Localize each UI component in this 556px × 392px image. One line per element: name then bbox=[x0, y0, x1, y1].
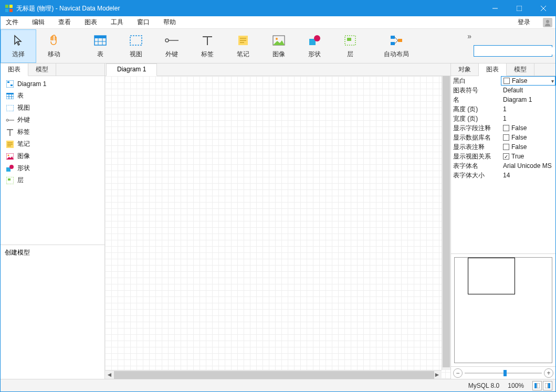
svg-rect-62 bbox=[548, 383, 550, 388]
fk-icon bbox=[6, 116, 14, 124]
right-panel: 对象 图表 模型 黑白False▾ 图表符号Default 名Diagram 1… bbox=[450, 63, 555, 379]
view-mode-2[interactable] bbox=[543, 381, 552, 390]
table-icon bbox=[93, 33, 108, 48]
titlebar: 无标题 (物理) - Navicat Data Modeler bbox=[1, 1, 555, 16]
minimize-button[interactable] bbox=[483, 1, 507, 16]
tool-select[interactable]: 选择 bbox=[1, 29, 36, 63]
canvas-tab[interactable]: Diagram 1 bbox=[106, 63, 157, 76]
svg-rect-14 bbox=[130, 36, 142, 45]
prop-bw[interactable]: 黑白False▾ bbox=[451, 76, 555, 86]
tree-item-shape[interactable]: 形状 bbox=[1, 162, 104, 174]
diagram-canvas[interactable] bbox=[105, 76, 450, 379]
tool-label[interactable]: 标签 bbox=[190, 29, 225, 63]
zoom-in-button[interactable]: + bbox=[544, 368, 553, 378]
tool-table[interactable]: 表 bbox=[82, 29, 118, 63]
left-bottom-panel: 创建模型 bbox=[1, 245, 104, 379]
menu-edit[interactable]: 编辑 bbox=[30, 17, 47, 28]
menu-view[interactable]: 查看 bbox=[56, 17, 73, 28]
scroll-left-icon[interactable]: ◄ bbox=[105, 370, 114, 379]
cursor-icon bbox=[11, 33, 26, 48]
svg-rect-38 bbox=[11, 84, 13, 86]
tool-view-label: 视图 bbox=[130, 50, 142, 59]
chevron-down-icon[interactable]: ▾ bbox=[551, 78, 554, 84]
right-tab-model[interactable]: 模型 bbox=[507, 63, 534, 76]
view-mode-1[interactable] bbox=[532, 381, 542, 390]
checkbox-icon[interactable] bbox=[503, 144, 509, 150]
shape-icon bbox=[6, 164, 14, 173]
svg-rect-37 bbox=[7, 81, 9, 83]
prop-fontsize[interactable]: 表字体大小14 bbox=[451, 171, 555, 180]
svg-rect-10 bbox=[95, 36, 106, 38]
tree-item-image[interactable]: 图像 bbox=[1, 150, 104, 162]
close-button[interactable] bbox=[531, 1, 555, 16]
tree-item-layer[interactable]: 层 bbox=[1, 174, 104, 186]
checkbox-icon[interactable] bbox=[503, 134, 509, 141]
prop-tablecomment[interactable]: 显示表注释False bbox=[451, 142, 555, 152]
avatar-icon[interactable] bbox=[543, 18, 552, 27]
tool-layer[interactable]: 层 bbox=[332, 29, 368, 63]
menu-help[interactable]: 帮助 bbox=[161, 17, 178, 28]
tree-item-fk[interactable]: 外键 bbox=[1, 114, 104, 126]
tool-select-label: 选择 bbox=[12, 50, 25, 59]
prop-fieldcomment[interactable]: 显示字段注释False bbox=[451, 123, 555, 133]
table-icon bbox=[6, 92, 14, 100]
window-title: 无标题 (物理) - Navicat Data Modeler bbox=[16, 4, 483, 13]
tree-item-label[interactable]: 标签 bbox=[1, 126, 104, 138]
tool-move[interactable]: 移动 bbox=[36, 29, 72, 63]
left-tab-model[interactable]: 模型 bbox=[28, 63, 56, 76]
menu-diagram[interactable]: 图表 bbox=[82, 17, 99, 28]
checkbox-icon[interactable]: ✓ bbox=[503, 153, 509, 160]
right-tab-diagram[interactable]: 图表 bbox=[479, 63, 507, 76]
svg-rect-3 bbox=[9, 9, 13, 12]
svg-point-26 bbox=[314, 35, 320, 41]
tree-item-diagram[interactable]: Diagram 1 bbox=[1, 78, 104, 90]
zoom-out-button[interactable]: − bbox=[453, 368, 463, 378]
svg-rect-1 bbox=[9, 5, 13, 8]
image-icon bbox=[6, 152, 14, 161]
prop-symbol[interactable]: 图表符号Default bbox=[451, 86, 555, 95]
checkbox-icon[interactable] bbox=[503, 78, 510, 84]
tool-note[interactable]: 笔记 bbox=[225, 29, 261, 63]
layer-icon bbox=[6, 176, 14, 185]
checkbox-icon[interactable] bbox=[503, 125, 509, 131]
tool-autolayout[interactable]: 自动布局 bbox=[379, 29, 414, 63]
svg-rect-0 bbox=[5, 5, 8, 8]
overview-canvas[interactable] bbox=[454, 257, 552, 363]
toolbar-overflow-icon[interactable]: » bbox=[467, 32, 471, 40]
tool-fk[interactable]: 外键 bbox=[154, 29, 190, 63]
tree-item-view[interactable]: 视图 bbox=[1, 102, 104, 114]
prop-height[interactable]: 高度 (页)1 bbox=[451, 104, 555, 114]
label-icon bbox=[200, 33, 215, 48]
property-grid: 黑白False▾ 图表符号Default 名Diagram 1 高度 (页)1 … bbox=[451, 76, 555, 180]
search-box[interactable] bbox=[474, 45, 552, 57]
tool-shape-label: 形状 bbox=[308, 50, 321, 59]
prop-fontname[interactable]: 表字体名Arial Unicode MS bbox=[451, 161, 555, 171]
tool-shape[interactable]: 形状 bbox=[297, 29, 332, 63]
tool-image[interactable]: 图像 bbox=[261, 29, 297, 63]
prop-dbname[interactable]: 显示数据库名False bbox=[451, 133, 555, 142]
tree-item-table[interactable]: 表 bbox=[1, 90, 104, 102]
left-tab-diagram[interactable]: 图表 bbox=[1, 63, 28, 76]
overview-viewport[interactable] bbox=[468, 258, 515, 294]
menu-window[interactable]: 窗口 bbox=[135, 17, 152, 28]
prop-viewrel[interactable]: 显示视图关系✓True bbox=[451, 152, 555, 161]
prop-name[interactable]: 名Diagram 1 bbox=[451, 95, 555, 104]
search-input[interactable] bbox=[476, 47, 555, 55]
prop-width[interactable]: 宽度 (页)1 bbox=[451, 114, 555, 123]
tool-image-label: 图像 bbox=[272, 50, 285, 59]
tree: Diagram 1 表 视图 外键 标签 笔记 图像 形状 层 bbox=[1, 76, 104, 245]
login-link[interactable]: 登录 bbox=[518, 18, 530, 27]
zoom-slider[interactable] bbox=[465, 373, 542, 374]
tree-item-note[interactable]: 笔记 bbox=[1, 138, 104, 150]
vertical-scrollbar[interactable] bbox=[442, 76, 450, 370]
status-zoom: 100% bbox=[508, 382, 524, 389]
center-panel: Diagram 1 ◄ ► bbox=[105, 63, 450, 379]
menu-tools[interactable]: 工具 bbox=[109, 17, 125, 28]
svg-rect-61 bbox=[545, 383, 548, 388]
right-tab-object[interactable]: 对象 bbox=[451, 63, 479, 76]
menu-file[interactable]: 文件 bbox=[4, 17, 20, 28]
tool-view[interactable]: 视图 bbox=[118, 29, 154, 63]
maximize-button[interactable] bbox=[507, 1, 531, 16]
svg-rect-59 bbox=[534, 383, 537, 388]
horizontal-scrollbar[interactable]: ◄ ► bbox=[105, 370, 442, 379]
